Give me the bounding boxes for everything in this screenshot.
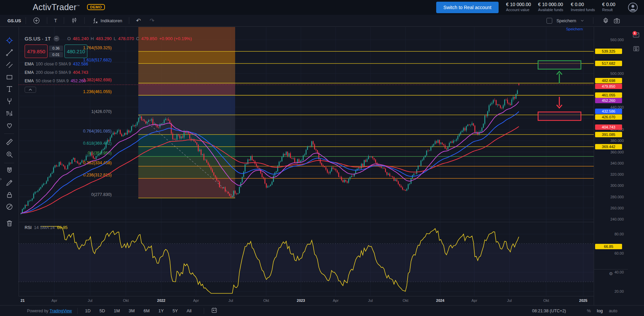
rsi-legend[interactable]: RSI 14 SMA 14 66.85 [25, 225, 67, 230]
rsi-params: 14 SMA 14 [34, 225, 55, 230]
indicators-button[interactable]: Indikatoren [89, 17, 124, 25]
time-axis-label: Okt [123, 298, 129, 303]
top-bar: ActivTrader™ DEMO Switch to Real account… [0, 0, 644, 15]
time-axis-label: 2025 [579, 298, 587, 303]
invested-funds-stat: € 0.00 Invested funds [571, 2, 595, 12]
price-axis-badge: 452.260 [595, 98, 622, 103]
legend-collapse-button[interactable] [25, 87, 36, 93]
toolbar-separator [26, 17, 26, 24]
gear-icon[interactable] [602, 17, 609, 24]
price-axis[interactable]: ⚙ 560.000500.000440.000400.000380.000360… [594, 27, 628, 305]
tool-parallel-channel[interactable] [5, 61, 13, 69]
bottombar-separator [77, 308, 78, 314]
percent-scale-button[interactable]: % [587, 308, 591, 313]
buy-button[interactable]: 480.210 [64, 45, 87, 58]
symbol-button[interactable]: GS.US [7, 18, 21, 23]
available-funds-stat: € 10 000.00 Available funds [538, 2, 563, 12]
account-value-stat: € 10 000.00 Account value [506, 2, 531, 12]
price-axis-badge: 479.850 [595, 84, 622, 89]
time-axis-label: Okt [263, 298, 269, 303]
chevron-down-icon[interactable] [580, 19, 584, 23]
sell-button[interactable]: 479.850 [25, 45, 48, 58]
news-icon[interactable] [632, 45, 640, 54]
toolbar-separator [129, 17, 129, 24]
tool-remove-drawings-trash[interactable] [5, 219, 13, 227]
save-button[interactable]: Speichern [556, 18, 576, 23]
t ool-magnet[interactable] [5, 167, 13, 175]
price-axis-label: 260.000 [610, 206, 624, 210]
tool-rectangle[interactable] [5, 73, 13, 81]
ema100-legend-row[interactable]: EMA100 close 0 SMA 9 432.586 [25, 62, 192, 66]
time-axis-label: Okt [402, 298, 408, 303]
pane-divider[interactable] [19, 222, 594, 222]
rsi-name: RSI [25, 225, 32, 230]
time-axis-label: Jul [88, 298, 92, 303]
range-1d-button[interactable]: 1D [83, 308, 93, 314]
tool-text[interactable] [5, 85, 13, 93]
axis-corner-divider [594, 269, 628, 269]
ema100-value: 432.586 [73, 62, 88, 66]
go-to-date-icon[interactable] [211, 307, 218, 315]
chart-area[interactable]: 1.764(539.325)1.618(517.682)1.382(482.69… [19, 27, 594, 305]
range-1m-button[interactable]: 1M [112, 308, 122, 314]
tool-draw[interactable] [5, 179, 13, 187]
invested-funds: € 0.00 [571, 2, 595, 8]
camera-icon[interactable] [613, 17, 620, 24]
plus-circle-icon [33, 17, 40, 24]
tradingview-link[interactable]: TradingView [50, 309, 72, 313]
auto-scale-button[interactable]: auto [609, 308, 617, 313]
price-axis-label: 360.000 [610, 150, 624, 154]
price-axis-badge: 539.325 [595, 49, 622, 54]
clock[interactable]: 08:21:38 (UTC+2) [532, 309, 566, 313]
invested-funds-label: Invested funds [571, 8, 595, 12]
interval-button[interactable]: T [52, 18, 59, 24]
compare-add-symbol-button[interactable] [31, 17, 42, 25]
activtrader-app: ActivTrader™ DEMO Switch to Real account… [0, 0, 644, 316]
ema50-legend-row[interactable]: EMA50 close 0 SMA 9 452.260 [25, 79, 192, 83]
price-axis-badge: 482.698 [595, 78, 622, 83]
panel-expand-chevron-icon[interactable]: › [0, 176, 2, 181]
price-axis-label: 40.00 [614, 270, 624, 274]
tool-measure[interactable] [5, 138, 13, 146]
tool-trend-line[interactable] [5, 49, 13, 57]
tool-zoom-in[interactable] [5, 150, 13, 159]
redo-button[interactable]: ↷ [148, 18, 157, 24]
price-axis-badge: 426.070 [595, 114, 622, 120]
legend-symbol-interval[interactable]: GS.US · 1T [25, 36, 51, 41]
spread-top: 0.36 [49, 46, 63, 51]
switch-to-real-account-button[interactable]: Switch to Real account [436, 2, 499, 13]
range-all-button[interactable]: All [185, 308, 193, 314]
tool-lock[interactable] [5, 191, 13, 199]
time-axis[interactable]: 21AprJulOkt2022AprJulOkt2023AprJulOkt202… [19, 296, 594, 305]
range-3m-button[interactable]: 3M [127, 308, 137, 314]
range-5d-button[interactable]: 5D [97, 308, 107, 314]
legend-collapse-circle-icon[interactable]: – [54, 36, 59, 41]
ema200-legend-row[interactable]: EMA200 close 0 SMA 9 404.743 [25, 70, 192, 75]
time-axis-label: Apr [471, 298, 477, 303]
undo-button[interactable]: ↶ [134, 18, 143, 24]
range-5y-button[interactable]: 5Y [170, 308, 180, 314]
price-axis-label: 500.000 [610, 71, 624, 76]
tool-crosshair[interactable] [5, 36, 13, 45]
tool-bar-pattern[interactable] [5, 110, 13, 118]
ohlc-values: O481.240 H483.290 L478.070 C479.850 +0.9… [67, 36, 192, 41]
tool-favorites-heart[interactable] [5, 121, 13, 130]
time-axis-label: Apr [193, 298, 199, 303]
tool-pitchfork[interactable] [5, 97, 13, 105]
time-axis-label: Okt [543, 298, 549, 303]
chart-style-button[interactable] [69, 17, 80, 24]
user-avatar-icon[interactable] [627, 2, 638, 13]
log-scale-button[interactable]: log [597, 308, 603, 313]
range-1y-button[interactable]: 1Y [156, 308, 166, 314]
axis-settings-gear-icon[interactable]: ⚙ [609, 271, 613, 276]
price-axis-badge: 66.85 [595, 244, 622, 249]
time-axis-label: Jul [507, 298, 512, 303]
chart-legend: GS.US · 1T – O481.240 H483.290 L478.070 … [25, 36, 192, 93]
result-label: Result [602, 8, 615, 12]
tool-hide-all[interactable] [5, 203, 13, 211]
range-6m-button[interactable]: 6M [141, 308, 151, 314]
stop-box [538, 112, 581, 120]
result-stat: € 0.00 Result [602, 2, 615, 12]
indicators-label: Indikatoren [101, 18, 122, 23]
save-checkbox[interactable] [547, 18, 552, 24]
